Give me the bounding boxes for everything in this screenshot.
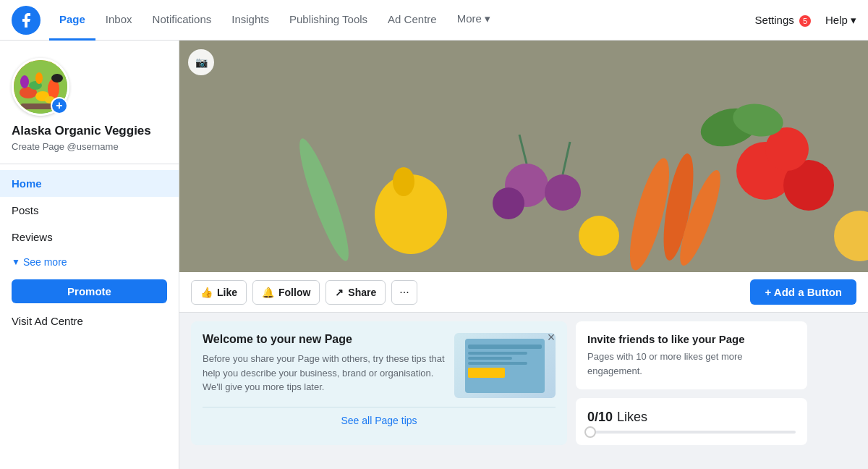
camera-icon: 📷: [195, 56, 208, 68]
share-button[interactable]: ↗ Share: [326, 280, 386, 305]
chevron-down-icon: ▼: [12, 257, 20, 267]
svg-point-6: [20, 75, 29, 88]
see-all-page-tips-link[interactable]: See all Page tips: [203, 407, 556, 426]
invite-title: Invite friends to like your Page: [587, 333, 796, 345]
settings-button[interactable]: Settings 5: [755, 14, 811, 27]
help-button[interactable]: Help ▾: [825, 14, 856, 27]
more-options-button[interactable]: ···: [391, 280, 417, 305]
tab-page[interactable]: Page: [49, 0, 95, 41]
svg-point-8: [51, 74, 63, 83]
facebook-logo: [12, 6, 41, 35]
follow-button[interactable]: 🔔 Follow: [252, 280, 320, 305]
likes-progress-bar: [587, 431, 796, 434]
svg-point-17: [493, 187, 524, 219]
invite-card-column: Invite friends to like your Page Pages w…: [576, 321, 807, 445]
tab-notifications[interactable]: Notifications: [142, 0, 222, 41]
page-name: Alaska Organic Veggies: [12, 123, 167, 139]
sidebar-item-home[interactable]: Home: [0, 170, 179, 197]
page-username[interactable]: Create Page @username: [12, 141, 167, 152]
welcome-title: Welcome to your new Page: [203, 333, 446, 346]
welcome-body: Before you share your Page with others, …: [203, 352, 446, 394]
sidebar-divider: [0, 164, 179, 164]
progress-thumb: [584, 426, 596, 438]
sidebar-item-reviews[interactable]: Reviews: [0, 224, 179, 250]
follow-icon: 🔔: [262, 287, 274, 298]
visit-ad-centre-link[interactable]: Visit Ad Centre: [0, 309, 179, 333]
svg-point-7: [35, 72, 43, 84]
lower-content: × Welcome to your new Page Before you sh…: [179, 313, 868, 454]
settings-badge: 5: [799, 15, 811, 27]
action-bar: 👍 Like 🔔 Follow ↗ Share ··· + Add a Butt…: [179, 272, 868, 313]
camera-button[interactable]: 📷: [188, 49, 214, 75]
main-layout: + Alaska Organic Veggies Create Page @us…: [0, 41, 868, 469]
nav-right: Settings 5 Help ▾: [755, 14, 856, 27]
add-a-button[interactable]: + Add a Button: [750, 279, 856, 305]
promote-button[interactable]: Promote: [12, 279, 167, 303]
likes-number: 0/10: [587, 410, 613, 425]
svg-point-16: [545, 174, 581, 211]
avatar-wrapper: +: [12, 58, 69, 116]
invite-friends-card: Invite friends to like your Page Pages w…: [576, 321, 807, 389]
share-icon: ↗: [335, 287, 344, 298]
add-photo-button[interactable]: +: [51, 97, 68, 114]
svg-point-31: [579, 216, 619, 256]
like-button[interactable]: 👍 Like: [191, 280, 247, 305]
welcome-illustration: [454, 333, 556, 398]
tab-insights[interactable]: Insights: [221, 0, 279, 41]
likes-label: Likes: [617, 410, 647, 425]
cover-photo: 📷: [179, 41, 868, 272]
sidebar: + Alaska Organic Veggies Create Page @us…: [0, 41, 179, 469]
likes-card: 0/10 Likes: [576, 398, 807, 445]
cover-photo-image: [179, 41, 868, 272]
nav-left: Page Inbox Notifications Insights Publis…: [12, 0, 501, 41]
welcome-text: Welcome to your new Page Before you shar…: [203, 333, 446, 398]
tab-more[interactable]: More ▾: [447, 0, 501, 41]
action-buttons: 👍 Like 🔔 Follow ↗ Share ···: [191, 280, 417, 305]
svg-point-14: [393, 167, 414, 196]
welcome-card: × Welcome to your new Page Before you sh…: [191, 321, 567, 445]
profile-section: + Alaska Organic Veggies Create Page @us…: [0, 49, 179, 158]
see-more-button[interactable]: ▼ See more: [0, 250, 179, 274]
tab-inbox[interactable]: Inbox: [95, 0, 142, 41]
like-icon: 👍: [200, 287, 213, 298]
tab-ad-centre[interactable]: Ad Centre: [378, 0, 447, 41]
top-navigation: Page Inbox Notifications Insights Publis…: [0, 0, 868, 41]
sidebar-item-posts[interactable]: Posts: [0, 197, 179, 224]
welcome-card-content: Welcome to your new Page Before you shar…: [203, 333, 556, 398]
likes-count: 0/10 Likes: [587, 410, 796, 425]
invite-body: Pages with 10 or more likes get more eng…: [587, 350, 796, 378]
tab-publishing-tools[interactable]: Publishing Tools: [279, 0, 378, 41]
content-area: 📷 👍 Like 🔔 Follow ↗ Share ··· +: [179, 41, 868, 469]
